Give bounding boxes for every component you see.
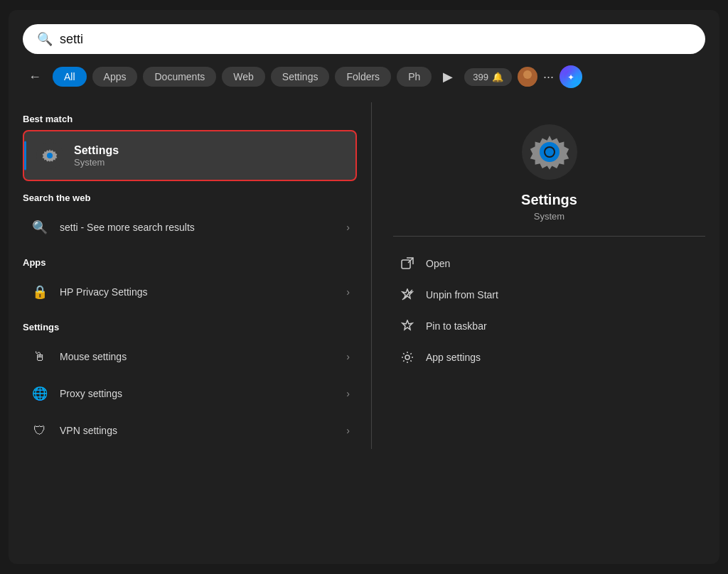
more-options-button[interactable]: ··· xyxy=(543,70,554,85)
mouse-settings-text: Mouse settings xyxy=(60,351,336,362)
open-action[interactable]: Open xyxy=(393,248,705,279)
shield-icon: 🛡 xyxy=(30,421,50,440)
chevron-icon-mouse: › xyxy=(346,351,350,362)
svg-text:✦: ✦ xyxy=(567,72,574,82)
proxy-settings-text: Proxy settings xyxy=(60,388,336,399)
search-web-header: Search the web xyxy=(23,193,357,203)
pin-icon xyxy=(399,318,416,335)
filter-tabs: ← All Apps Documents Web Settings Folder… xyxy=(23,65,705,88)
unpin-icon xyxy=(399,286,416,303)
tab-all[interactable]: All xyxy=(53,67,87,87)
main-content: Best match Settings System Search t xyxy=(23,102,705,449)
best-match-subtitle: System xyxy=(74,157,119,168)
apps-header: Apps xyxy=(23,257,357,268)
open-label: Open xyxy=(426,258,450,269)
play-button[interactable]: ▶ xyxy=(437,66,459,87)
tab-settings[interactable]: Settings xyxy=(271,67,330,87)
pin-label: Pin to taskbar xyxy=(426,320,487,332)
chevron-icon-proxy: › xyxy=(346,388,350,399)
globe-icon: 🌐 xyxy=(30,384,50,404)
tab-ph[interactable]: Ph xyxy=(397,67,432,87)
svg-line-12 xyxy=(402,290,412,300)
tab-documents[interactable]: Documents xyxy=(143,67,216,87)
svg-point-6 xyxy=(47,153,53,158)
search-web-icon: 🔍 xyxy=(30,217,50,237)
right-panel-title: Settings xyxy=(521,192,577,208)
vpn-settings-text: VPN settings xyxy=(60,425,336,436)
search-panel: 🔍 ← All Apps Documents Web Settings Fold… xyxy=(9,10,719,564)
svg-point-10 xyxy=(545,148,554,156)
bell-icon: 🔔 xyxy=(492,72,503,82)
app-settings-label: App settings xyxy=(426,352,481,363)
settings-section-header: Settings xyxy=(23,322,357,332)
right-app-icon xyxy=(521,124,578,183)
hp-privacy-icon: 🔒 xyxy=(30,282,50,302)
best-match-header: Best match xyxy=(23,114,357,124)
chevron-right-icon: › xyxy=(346,222,350,233)
copilot-icon[interactable]: ✦ xyxy=(560,65,582,88)
tab-apps[interactable]: Apps xyxy=(92,67,138,87)
mouse-settings-item[interactable]: 🖱 Mouse settings › xyxy=(23,338,357,375)
search-bar: 🔍 xyxy=(23,24,705,54)
hp-privacy-text: HP Privacy Settings xyxy=(60,286,336,298)
app-settings-icon xyxy=(399,349,416,366)
open-icon xyxy=(399,255,416,272)
best-match-item[interactable]: Settings System xyxy=(23,130,357,181)
settings-large-icon xyxy=(521,124,578,180)
search-web-text: setti - See more search results xyxy=(60,222,336,233)
unpin-label: Unpin from Start xyxy=(426,289,498,300)
settings-app-icon xyxy=(36,141,64,170)
chevron-icon-vpn: › xyxy=(346,425,350,436)
search-web-item[interactable]: 🔍 setti - See more search results › xyxy=(23,209,357,246)
badge-count: 399 🔔 xyxy=(464,68,512,86)
best-match-title: Settings xyxy=(74,144,119,157)
tab-folders[interactable]: Folders xyxy=(335,67,391,87)
svg-point-1 xyxy=(520,80,535,87)
vpn-settings-item[interactable]: 🛡 VPN settings › xyxy=(23,412,357,449)
app-settings-action[interactable]: App settings xyxy=(393,342,705,373)
best-match-text: Settings System xyxy=(74,144,119,168)
mouse-icon: 🖱 xyxy=(30,347,50,367)
right-divider xyxy=(393,236,705,237)
chevron-icon-hp: › xyxy=(346,286,350,298)
proxy-settings-item[interactable]: 🌐 Proxy settings › xyxy=(23,375,357,412)
svg-point-13 xyxy=(405,355,410,359)
svg-point-0 xyxy=(523,70,532,79)
pin-action[interactable]: Pin to taskbar xyxy=(393,310,705,342)
user-avatar[interactable] xyxy=(518,67,537,87)
right-panel-subtitle: System xyxy=(534,211,564,222)
hp-privacy-item[interactable]: 🔒 HP Privacy Settings › xyxy=(23,274,357,310)
right-panel: Settings System Open xyxy=(371,102,705,449)
back-button[interactable]: ← xyxy=(23,67,47,87)
search-icon: 🔍 xyxy=(37,31,53,47)
left-panel: Best match Settings System Search t xyxy=(23,102,371,449)
tab-web[interactable]: Web xyxy=(222,67,265,87)
search-input[interactable] xyxy=(60,32,691,47)
unpin-action[interactable]: Unpin from Start xyxy=(393,279,705,310)
